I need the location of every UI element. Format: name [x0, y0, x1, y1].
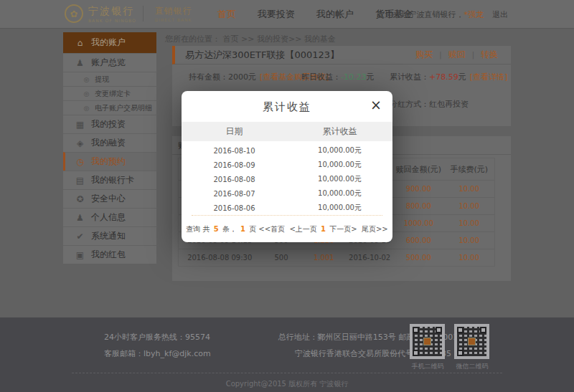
breadcrumb[interactable]: 您所在的位置： 首页 >> 我的投资>> 我的基金: [165, 34, 336, 44]
pager-text: 条，: [220, 224, 239, 234]
fund-action-0[interactable]: 购买: [415, 49, 433, 61]
logo-divider: [143, 6, 144, 21]
fund-action-1[interactable]: 赎回: [448, 49, 466, 61]
nav-item-2[interactable]: 我的帐户: [316, 8, 354, 21]
modal-cell: 10,000.00元: [287, 188, 392, 199]
redeem-cell: 10.00: [444, 219, 494, 227]
username-link[interactable]: *强龙: [464, 9, 484, 20]
redeem-cell: 2016-08-08 09:30: [179, 254, 260, 262]
sidebar-item-5[interactable]: ▦我的投资: [63, 115, 156, 133]
sidebar-item-9[interactable]: ✪安全中心: [63, 189, 156, 208]
redeem-cell: 10.00: [444, 236, 494, 244]
pager-link[interactable]: 下一页>: [327, 224, 359, 234]
pager-link[interactable]: 尾页>>: [359, 224, 388, 234]
yesterday-earning-label: 昨日收益：: [301, 72, 341, 82]
sidebar-item-3[interactable]: ◎变更绑定卡: [63, 86, 156, 100]
pager-number[interactable]: 1: [321, 225, 326, 233]
holding-amount-value: 2000元: [228, 72, 256, 82]
shield-icon: ✪: [75, 194, 85, 204]
redeem-cell: 1.001: [302, 254, 347, 262]
nav-item-1[interactable]: 我要投资: [258, 8, 295, 21]
modal-table-rows: 2016-08-1010,000.00元2016-08-0910,000.00元…: [182, 143, 392, 215]
pager-link[interactable]: <<首页: [258, 224, 287, 234]
action-divider: |: [472, 51, 474, 59]
sidebar-item-label: 个人信息: [91, 211, 126, 224]
logout-button[interactable]: 退出: [492, 9, 508, 20]
modal-pagination: 查询 共 5 条， 1 页 <<首页 <上一页 1 下一页> 尾页>>: [192, 215, 382, 242]
bank-logo-icon: ✿: [65, 4, 83, 23]
bank-name-cn: 宁波银行: [88, 5, 136, 18]
footer-dashed-divider: [72, 373, 502, 373]
modal-cell: 2016-08-08: [182, 176, 287, 183]
modal-cell: 10,000.00元: [287, 160, 392, 170]
sidebar-item-8[interactable]: ▤我的银行卡: [63, 171, 156, 189]
action-divider: |: [439, 51, 441, 59]
modal-cell: 10,000.00元: [287, 203, 392, 213]
user-icon: ♟: [75, 58, 85, 68]
sidebar-item-label: 变更绑定卡: [95, 89, 131, 99]
redeem-cell: 1000.00: [393, 219, 443, 227]
sub_bullet-icon: ◎: [83, 76, 90, 83]
cumulative-earning-modal: 累计收益 × 日期累计收益 2016-08-1010,000.00元2016-0…: [182, 91, 392, 242]
holding-amount-label: 持有金额：: [189, 72, 228, 82]
sidebar-item-0[interactable]: ⌂我的账户: [63, 32, 156, 53]
redeem-cell: 800.00: [393, 202, 443, 210]
cumulative-earning-value: +78.59: [429, 72, 458, 82]
sidebar-item-1[interactable]: ♟账户总览: [63, 53, 156, 72]
person-icon: ♟: [75, 213, 85, 223]
sidebar-item-10[interactable]: ♟个人信息: [63, 208, 156, 226]
close-icon[interactable]: ×: [370, 98, 382, 112]
yesterday-earning-value: -10.23: [341, 72, 366, 82]
copyright: Copyright@2015 版权所有 宁波银行: [0, 379, 574, 389]
modal-table-row: 2016-08-1010,000.00元: [182, 143, 392, 158]
redeem-cell: 10.00: [444, 185, 494, 193]
view-details-link[interactable]: [查看详情]: [470, 72, 508, 82]
top-header: ✿ 宁波银行 BANK OF NINGBO 直销银行 DIRECT BANK 首…: [0, 0, 574, 29]
modal-cell: 2016-08-09: [182, 161, 287, 169]
sidebar-item-label: 我的预约: [91, 156, 126, 168]
sidebar-item-4[interactable]: ◎电子账户交易明细: [63, 100, 156, 115]
pager-number[interactable]: 5: [214, 225, 219, 233]
pager-text: 查询 共: [186, 224, 212, 234]
dividend-method-label: 分红方式：: [390, 100, 429, 109]
fund-title-bar: 易方达沪深300ETF联接【000123】 购买|赎回|转换: [172, 46, 511, 64]
sidebar-item-2[interactable]: ◎提现: [63, 72, 156, 86]
sidebar-item-label: 我的账户: [91, 37, 126, 49]
direct-bank-en: DIRECT BANK: [155, 17, 192, 22]
sidebar-item-7[interactable]: ◷我的预约: [63, 152, 156, 171]
yesterday-earning-field: 昨日收益：-10.23元: [301, 72, 374, 82]
nav-item-0[interactable]: 首页: [217, 8, 236, 21]
table-row: 2016-08-08 09:305001.0012016-10-02500.00…: [179, 249, 494, 266]
wechat-qr-label: 微信二维码: [451, 362, 494, 371]
cumulative-earning-label: 累计收益：: [390, 72, 429, 82]
fund-actions: 购买|赎回|转换: [415, 49, 498, 61]
modal-table-header: 日期累计收益: [182, 122, 392, 141]
redeem-cell: 10.00: [444, 254, 494, 262]
modal-cell: 2016-08-06: [182, 204, 287, 212]
welcome-text: 欢迎来到宁波直销银行，: [377, 9, 464, 20]
sidebar-item-6[interactable]: ◈我的融资: [63, 133, 156, 152]
bank-name-en: BANK OF NINGBO: [88, 18, 136, 23]
pager-link[interactable]: <上一页: [287, 224, 319, 234]
modal-cell: 2016-08-10: [182, 147, 287, 155]
sidebar-item-12[interactable]: ▣我的红包: [63, 245, 156, 264]
card-icon: ▤: [75, 176, 85, 186]
sidebar: ⌂我的账户♟账户总览◎提现◎变更绑定卡◎电子账户交易明细▦我的投资◈我的融资◷我…: [63, 32, 156, 264]
modal-cell: 2016-08-07: [182, 190, 287, 198]
fund-action-2[interactable]: 转换: [481, 49, 498, 61]
notify-icon: ✔: [75, 231, 85, 242]
pager-number[interactable]: 1: [240, 225, 245, 233]
sidebar-item-label: 账户总览: [91, 57, 126, 69]
alarm-icon: ◷: [75, 157, 85, 167]
bank-logo: ✿ 宁波银行 BANK OF NINGBO 直销银行 DIRECT BANK: [65, 4, 192, 23]
footer-email: 客服邮箱：lbyh_kf@djk.com: [104, 345, 211, 362]
pager-text: 页: [247, 224, 258, 234]
redeem-cell: 600.00: [393, 236, 443, 244]
sub_bullet-icon: ◎: [83, 105, 90, 112]
footer-hotline: 24小时客户服务热线：95574: [104, 329, 211, 345]
sidebar-item-label: 安全中心: [91, 193, 126, 205]
sidebar-item-11[interactable]: ✔系统通知: [63, 226, 156, 245]
modal-column-header: 累计收益: [287, 125, 392, 138]
finance-icon: ◈: [75, 138, 85, 148]
sidebar-item-label: 我的投资: [91, 118, 126, 130]
